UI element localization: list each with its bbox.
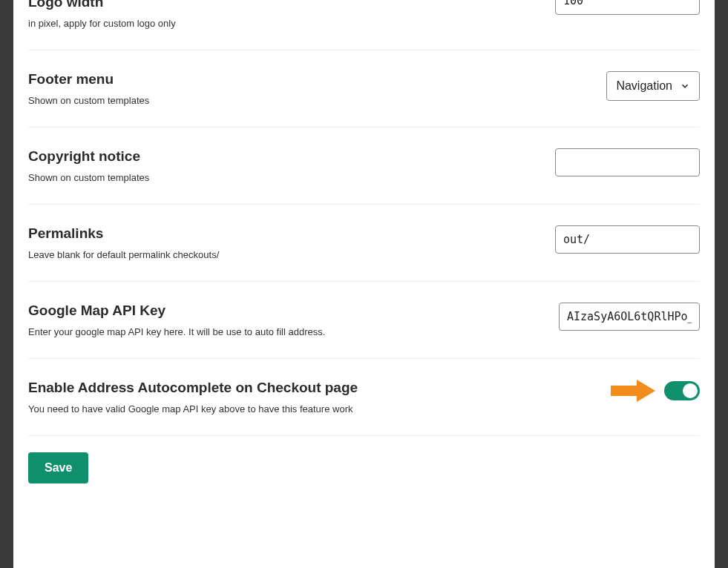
copyright-desc: Shown on custom templates xyxy=(28,172,540,183)
toggle-knob xyxy=(683,383,698,398)
logo-width-title: Logo width xyxy=(28,0,540,10)
setting-autocomplete: Enable Address Autocomplete on Checkout … xyxy=(28,359,700,436)
footer-menu-selected: Navigation xyxy=(616,79,672,93)
logo-width-desc: in pixel, apply for custom logo only xyxy=(28,18,540,29)
logo-width-input[interactable] xyxy=(555,0,700,15)
autocomplete-toggle[interactable] xyxy=(664,381,700,400)
permalinks-title: Permalinks xyxy=(28,225,540,242)
setting-gmap-key: Google Map API Key Enter your google map… xyxy=(28,282,700,359)
chevron-down-icon xyxy=(680,81,690,91)
copyright-title: Copyright notice xyxy=(28,148,540,165)
settings-modal: Logo width in pixel, apply for custom lo… xyxy=(13,0,715,568)
footer-menu-select[interactable]: Navigation xyxy=(606,71,700,101)
gmap-key-input[interactable] xyxy=(559,303,700,331)
autocomplete-title: Enable Address Autocomplete on Checkout … xyxy=(28,380,596,396)
copyright-input[interactable] xyxy=(555,148,700,176)
save-button[interactable]: Save xyxy=(28,452,88,483)
gmap-key-desc: Enter your google map API key here. It w… xyxy=(28,326,544,337)
setting-logo-width: Logo width in pixel, apply for custom lo… xyxy=(28,0,700,50)
gmap-key-title: Google Map API Key xyxy=(28,303,544,319)
footer-menu-desc: Shown on custom templates xyxy=(28,95,591,106)
setting-copyright: Copyright notice Shown on custom templat… xyxy=(28,128,700,205)
setting-permalinks: Permalinks Leave blank for default perma… xyxy=(28,205,700,282)
permalinks-desc: Leave blank for default permalink checko… xyxy=(28,249,540,260)
autocomplete-desc: You need to have valid Google map API ke… xyxy=(28,403,596,415)
svg-marker-0 xyxy=(611,380,655,402)
footer-menu-title: Footer menu xyxy=(28,71,591,87)
setting-footer-menu: Footer menu Shown on custom templates Na… xyxy=(28,50,700,128)
permalinks-input[interactable] xyxy=(555,225,700,254)
annotation-arrow-icon xyxy=(611,380,655,402)
